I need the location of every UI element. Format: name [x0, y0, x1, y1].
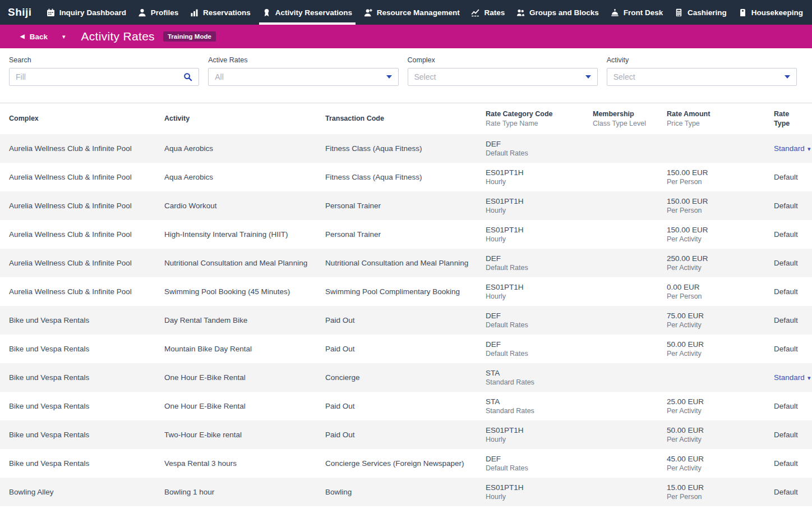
nav-item-label: Front Desk [624, 8, 663, 17]
cell-rate-category: ES01PT1HHourly [486, 168, 593, 187]
table-row[interactable]: Bike und Vespa RentalsDay Rental Tandem … [0, 306, 812, 335]
rate-type-link[interactable]: Standard [774, 373, 805, 382]
nav-item-label: Profiles [151, 8, 179, 17]
cell-transaction-code: Paid Out [325, 431, 486, 439]
cell-rate-category: ES01PT1HHourly [486, 282, 593, 301]
activity-select[interactable]: Select [607, 68, 797, 86]
training-mode-badge: Training Mode [163, 31, 216, 42]
nav-item-resource-management[interactable]: Resource Management [361, 0, 463, 25]
cell-rate-category: DEFDefault Rates [486, 311, 593, 330]
nav-item-rates[interactable]: Rates [468, 0, 508, 25]
cell-complex: Aurelia Wellness Club & Infinite Pool [9, 259, 164, 267]
table-row[interactable]: Bike und Vespa RentalsTwo-Hour E-bike re… [0, 420, 812, 449]
cell-transaction-code: Concierge Services (Foreign Newspaper) [325, 459, 486, 468]
search-label: Search [9, 56, 199, 64]
page-title: Activity Rates [81, 30, 155, 43]
cell-complex: Bike und Vespa Rentals [9, 316, 164, 324]
table-row[interactable]: Aurelia Wellness Club & Infinite PoolSwi… [0, 277, 812, 306]
cell-rate-type: Default [774, 402, 812, 410]
search-input[interactable] [16, 72, 183, 81]
people-icon [516, 8, 525, 17]
cell-complex: Bike und Vespa Rentals [9, 373, 164, 382]
nav-item-housekeeping[interactable]: Housekeeping [735, 0, 806, 25]
cell-rate-amount: 0.00 EURPer Person [667, 282, 774, 301]
nav-item-label: Housekeeping [751, 8, 803, 17]
table-row[interactable]: Bike und Vespa RentalsOne Hour E-Bike Re… [0, 363, 812, 392]
cell-rate-type: Default [774, 345, 812, 353]
activity-label: Activity [607, 56, 797, 64]
nav-item-groups-and-blocks[interactable]: Groups and Blocks [513, 0, 602, 25]
back-button[interactable]: ◀ Back [20, 33, 48, 41]
cell-rate-type: Default [774, 202, 812, 210]
person-icon [138, 8, 146, 17]
cell-rate-amount: 25.00 EURPer Activity [667, 397, 774, 416]
rate-type-value: Default [774, 230, 798, 239]
cell-rate-type: Default [774, 431, 812, 439]
table-row[interactable]: Aurelia Wellness Club & Infinite PoolAqu… [0, 134, 812, 163]
rate-type-value: Default [774, 173, 798, 181]
cell-rate-amount: 15.00 EURPer Person [667, 483, 774, 502]
cell-rate-category: ES01PT1HHourly [486, 425, 593, 445]
rate-type-caret-icon[interactable]: ▾ [808, 145, 811, 152]
chevron-down-icon [785, 75, 790, 79]
table-row[interactable]: Aurelia Wellness Club & Infinite PoolCar… [0, 191, 812, 220]
table-row[interactable]: Bike und Vespa RentalsVespa Rental 3 hou… [0, 449, 812, 478]
trend-chart-icon [471, 8, 479, 17]
cell-transaction-code: Nutritional Consultation and Meal Planni… [325, 259, 486, 267]
rate-type-caret-icon[interactable]: ▾ [808, 374, 811, 381]
nav-item-inquiry-dashboard[interactable]: Inquiry Dashboard [43, 0, 130, 25]
cell-complex: Aurelia Wellness Club & Infinite Pool [9, 144, 164, 153]
complex-value: Select [414, 72, 436, 81]
cell-complex: Bowling Alley [9, 488, 164, 496]
active-rates-select[interactable]: All [208, 68, 398, 86]
cell-complex: Aurelia Wellness Club & Infinite Pool [9, 202, 164, 210]
complex-select[interactable]: Select [408, 68, 598, 86]
cell-activity: One Hour E-Bike Rental [164, 373, 325, 382]
cell-activity: Bowling 1 hour [164, 488, 325, 496]
nav-item-reservations[interactable]: Reservations [187, 0, 254, 25]
cell-activity: Aqua Aerobics [164, 173, 325, 181]
table-row[interactable]: Bike und Vespa RentalsOne Hour E-Bike Re… [0, 392, 812, 420]
cell-rate-category: ES01PT1HHourly [486, 483, 593, 502]
column-header: Transaction Code [325, 114, 486, 123]
active-rates-value: All [215, 72, 224, 81]
cell-rate-type: Default [774, 459, 812, 468]
rate-type-link[interactable]: Standard [774, 144, 805, 153]
nav-item-profiles[interactable]: Profiles [135, 0, 182, 25]
top-nav-items: Inquiry DashboardProfilesReservationsAct… [43, 0, 806, 25]
header-dropdown-caret-icon[interactable]: ▾ [62, 33, 66, 40]
search-box [9, 68, 199, 86]
nav-item-cashiering[interactable]: Cashiering [671, 0, 730, 25]
nav-item-activity-reservations[interactable]: Activity Reservations [259, 0, 356, 25]
nav-item-label: Cashiering [688, 8, 727, 17]
cell-activity: Nutritional Consultation and Meal Planni… [164, 259, 325, 267]
table-row[interactable]: Aurelia Wellness Club & Infinite PoolAqu… [0, 163, 812, 191]
bar-chart-icon [190, 8, 199, 17]
back-chevron-icon: ◀ [20, 34, 25, 39]
table-row[interactable]: Aurelia Wellness Club & Infinite PoolNut… [0, 249, 812, 277]
filter-complex: Complex Select [408, 56, 598, 103]
nav-item-front-desk[interactable]: Front Desk [607, 0, 667, 25]
filter-active-rates: Active Rates All [208, 56, 398, 103]
rate-type-value: Default [774, 431, 798, 439]
cell-rate-amount: 150.00 EURPer Person [667, 168, 774, 187]
filter-activity: Activity Select [607, 56, 797, 103]
cell-transaction-code: Paid Out [325, 345, 486, 353]
column-header: MembershipClass Type Level [593, 109, 667, 129]
cell-rate-category: ES01PT1HHourly [486, 225, 593, 244]
nav-item-label: Groups and Blocks [529, 8, 599, 17]
search-icon[interactable] [183, 72, 192, 81]
top-nav: Shiji Inquiry DashboardProfilesReservati… [0, 0, 812, 25]
table-row[interactable]: Aurelia Wellness Club & Infinite PoolHig… [0, 220, 812, 249]
cell-activity: High-Intensity Interval Training (HIIT) [164, 230, 325, 239]
active-rates-label: Active Rates [208, 56, 398, 64]
nav-item-label: Inquiry Dashboard [59, 8, 126, 17]
filter-bar: Search Active Rates All Complex Select A… [0, 48, 812, 103]
cell-transaction-code: Swimming Pool Complimentary Booking [325, 287, 486, 296]
table-row[interactable]: Bike und Vespa RentalsMountain Bike Day … [0, 335, 812, 363]
brand-logo[interactable]: Shiji [4, 0, 35, 25]
table-row[interactable]: Bowling AlleyBowling 1 hourBowlingES01PT… [0, 478, 812, 506]
column-header: Activity [164, 114, 325, 123]
calculator-icon [675, 8, 683, 17]
cell-rate-amount: 75.00 EURPer Activity [667, 311, 774, 330]
